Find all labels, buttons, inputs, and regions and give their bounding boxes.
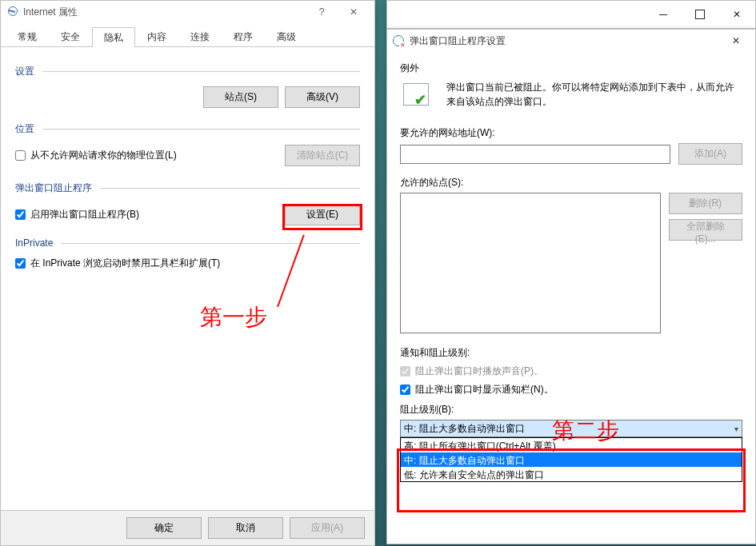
close-button[interactable]: ✕ (718, 1, 755, 28)
background-window: ✕ (386, 0, 756, 29)
annotation-step1-text: 第一步 (200, 302, 267, 333)
block-level-selected: 中: 阻止大多数自动弹出窗口 (404, 422, 525, 436)
apply-button[interactable]: 应用(A) (290, 517, 365, 539)
level-option-low[interactable]: 低: 允许来自安全站点的弹出窗口 (401, 467, 742, 481)
enable-popup-label: 启用弹出窗口阻止程序(B) (30, 208, 139, 221)
sound-checkbox-label: 阻止弹出窗口时播放声音(P)。 (415, 365, 543, 378)
settings-header: 设置 (15, 65, 34, 78)
tab-security[interactable]: 安全 (49, 26, 92, 46)
chevron-down-icon: ▾ (734, 424, 738, 433)
inprivate-row[interactable]: 在 InPrivate 浏览启动时禁用工具栏和扩展(T) (15, 257, 360, 270)
inprivate-header: InPrivate (15, 237, 53, 249)
ok-button[interactable]: 确定 (126, 517, 202, 539)
location-checkbox-label: 从不允许网站请求你的物理位置(L) (30, 149, 177, 162)
inprivate-label: 在 InPrivate 浏览启动时禁用工具栏和扩展(T) (30, 257, 220, 270)
inprivate-checkbox[interactable] (15, 258, 26, 269)
cancel-button[interactable]: 取消 (208, 517, 283, 539)
internet-icon (6, 6, 18, 18)
location-checkbox[interactable] (15, 150, 26, 161)
internet-properties-window: Internet 属性 ? ✕ 常规 安全 隐私 内容 连接 程序 高级 设置 … (0, 0, 375, 546)
enable-popup-checkbox[interactable] (15, 209, 26, 220)
allow-address-input[interactable] (400, 145, 670, 164)
tab-general[interactable]: 常规 (6, 26, 49, 46)
tab-connections[interactable]: 连接 (178, 26, 222, 46)
info-text: 弹出窗口当前已被阻止。你可以将特定网站添加到下表中，从而允许来自该站点的弹出窗口… (446, 80, 742, 115)
allowed-sites-list[interactable] (400, 193, 661, 333)
allowed-sites-label: 允许的站点(S): (400, 176, 742, 189)
window-title: Internet 属性 (23, 6, 78, 19)
notification-checkbox-row[interactable]: 阻止弹出窗口时显示通知栏(N)。 (400, 383, 742, 397)
popup-settings-button[interactable]: 设置(E) (285, 204, 360, 225)
allow-address-label: 要允许的网站地址(W): (400, 126, 742, 140)
remove-all-button[interactable]: 全部删除(E)... (669, 219, 742, 241)
tab-content[interactable]: 内容 (135, 26, 178, 46)
close-button[interactable]: ✕ (722, 30, 750, 51)
notification-checkbox-label: 阻止弹出窗口时显示通知栏(N)。 (415, 383, 554, 397)
maximize-button[interactable] (682, 1, 718, 28)
help-button[interactable]: ? (306, 2, 338, 22)
block-level-label: 阻止级别(B): (400, 403, 742, 416)
minimize-button[interactable] (645, 1, 682, 28)
titlebar: Internet 属性 ? ✕ (1, 1, 374, 23)
allow-list-icon (400, 80, 435, 115)
sound-checkbox[interactable] (400, 366, 410, 377)
notification-section-label: 通知和阻止级别: (400, 346, 742, 360)
sound-checkbox-row[interactable]: 阻止弹出窗口时播放声音(P)。 (400, 365, 742, 378)
location-header: 位置 (15, 122, 34, 136)
tab-privacy[interactable]: 隐私 (92, 27, 135, 47)
popup-blocker-header: 弹出窗口阻止程序 (15, 181, 92, 195)
popup-blocker-settings-window: 弹出窗口阻止程序设置 ✕ 例外 弹出窗口当前已被阻止。你可以将特定网站添加到下表… (386, 29, 756, 544)
tab-programs[interactable]: 程序 (222, 26, 265, 46)
level-option-medium[interactable]: 中: 阻止大多数自动弹出窗口 (401, 452, 742, 467)
clear-sites-button[interactable]: 清除站点(C) (285, 145, 360, 166)
tab-strip: 常规 安全 隐私 内容 连接 程序 高级 (1, 26, 374, 47)
exceptions-label: 例外 (400, 62, 742, 75)
popup-blocker-icon (392, 34, 405, 47)
location-checkbox-row[interactable]: 从不允许网站请求你的物理位置(L) (15, 149, 177, 162)
remove-button[interactable]: 删除(R) (669, 193, 742, 214)
add-button[interactable]: 添加(A) (678, 143, 742, 165)
advanced-button[interactable]: 高级(V) (285, 86, 360, 108)
popup-window-title: 弹出窗口阻止程序设置 (410, 34, 506, 48)
close-button[interactable]: ✕ (338, 2, 370, 22)
notification-checkbox[interactable] (400, 385, 410, 395)
tab-advanced[interactable]: 高级 (265, 26, 308, 46)
annotation-step2-text: 第二步 (552, 416, 619, 446)
sites-button[interactable]: 站点(S) (203, 86, 278, 108)
enable-popup-row[interactable]: 启用弹出窗口阻止程序(B) (15, 208, 139, 221)
